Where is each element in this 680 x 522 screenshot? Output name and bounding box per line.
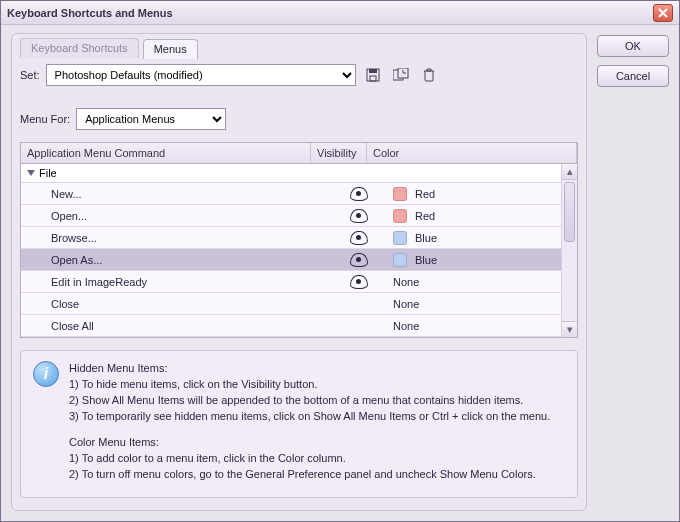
visibility-toggle[interactable]: [331, 231, 387, 245]
eye-icon: [350, 209, 368, 223]
group-label: File: [39, 167, 57, 179]
save-set-icon[interactable]: [362, 65, 384, 85]
color-swatch: [393, 253, 407, 267]
group-row-file[interactable]: File: [21, 164, 577, 183]
table-row[interactable]: Close AllNone: [21, 315, 577, 337]
color-cell[interactable]: None: [387, 276, 577, 288]
color-cell[interactable]: Blue: [387, 253, 577, 267]
color-name: Blue: [415, 254, 437, 266]
visibility-toggle[interactable]: [331, 253, 387, 267]
color-cell[interactable]: Red: [387, 187, 577, 201]
color-name: None: [393, 298, 419, 310]
info-line: 1) To hide menu items, click on the Visi…: [69, 377, 550, 393]
set-label: Set:: [20, 69, 40, 81]
grid-body: File New...RedOpen...RedBrowse...BlueOpe…: [21, 164, 577, 337]
scroll-down-icon[interactable]: ▾: [562, 321, 577, 337]
info-heading-color: Color Menu Items:: [69, 435, 550, 451]
table-row[interactable]: Edit in ImageReadyNone: [21, 271, 577, 293]
color-cell[interactable]: None: [387, 320, 577, 332]
eye-icon: [350, 231, 368, 245]
command-cell: Close All: [21, 320, 331, 332]
menu-for-select[interactable]: Application Menus: [76, 108, 226, 130]
command-cell: Browse...: [21, 232, 331, 244]
window-title: Keyboard Shortcuts and Menus: [7, 7, 653, 19]
table-row[interactable]: CloseNone: [21, 293, 577, 315]
table-row[interactable]: Browse...Blue: [21, 227, 577, 249]
color-name: Blue: [415, 232, 437, 244]
tab-bar: Keyboard Shortcuts Menus: [20, 38, 578, 58]
scroll-up-icon[interactable]: ▴: [562, 164, 577, 180]
info-icon: i: [33, 361, 59, 387]
info-line: 2) To turn off menu colors, go to the Ge…: [69, 467, 550, 483]
info-line: 2) Show All Menu Items will be appended …: [69, 393, 550, 409]
menu-for-label: Menu For:: [20, 113, 70, 125]
close-icon[interactable]: [653, 4, 673, 22]
dialog-body: Keyboard Shortcuts Menus Set: Photoshop …: [1, 25, 679, 521]
color-swatch: [393, 231, 407, 245]
visibility-toggle[interactable]: [331, 187, 387, 201]
command-cell: New...: [21, 188, 331, 200]
table-row[interactable]: Open As...Blue: [21, 249, 577, 271]
cancel-button[interactable]: Cancel: [597, 65, 669, 87]
main-pane: Keyboard Shortcuts Menus Set: Photoshop …: [11, 33, 587, 511]
grid-header: Application Menu Command Visibility Colo…: [21, 143, 577, 164]
info-line: 1) To add color to a menu item, click in…: [69, 451, 550, 467]
color-name: None: [393, 320, 419, 332]
save-set-as-icon[interactable]: [390, 65, 412, 85]
command-cell: Open...: [21, 210, 331, 222]
table-row[interactable]: New...Red: [21, 183, 577, 205]
info-heading-hidden: Hidden Menu Items:: [69, 361, 550, 377]
set-select[interactable]: Photoshop Defaults (modified): [46, 64, 356, 86]
command-cell: Open As...: [21, 254, 331, 266]
table-row[interactable]: Open...Red: [21, 205, 577, 227]
color-swatch: [393, 209, 407, 223]
grid-rows: New...RedOpen...RedBrowse...BlueOpen As.…: [21, 183, 577, 337]
scroll-thumb[interactable]: [564, 182, 575, 242]
svg-rect-2: [370, 76, 376, 81]
visibility-toggle[interactable]: [331, 275, 387, 289]
eye-icon: [350, 187, 368, 201]
command-cell: Close: [21, 298, 331, 310]
color-swatch: [393, 187, 407, 201]
info-text: Hidden Menu Items: 1) To hide menu items…: [69, 361, 550, 483]
info-panel: i Hidden Menu Items: 1) To hide menu ite…: [20, 350, 578, 498]
info-line: 3) To temporarily see hidden menu items,…: [69, 409, 550, 425]
delete-set-icon[interactable]: [418, 65, 440, 85]
svg-rect-1: [369, 69, 377, 73]
dialog-buttons: OK Cancel: [597, 33, 669, 511]
disclosure-triangle-icon: [27, 170, 35, 176]
color-name: None: [393, 276, 419, 288]
dialog-window: Keyboard Shortcuts and Menus Keyboard Sh…: [0, 0, 680, 522]
ok-button[interactable]: OK: [597, 35, 669, 57]
menu-grid: Application Menu Command Visibility Colo…: [20, 142, 578, 338]
tab-menus[interactable]: Menus: [143, 39, 198, 59]
color-name: Red: [415, 188, 435, 200]
color-cell[interactable]: None: [387, 298, 577, 310]
header-visibility[interactable]: Visibility: [311, 143, 367, 163]
eye-icon: [350, 275, 368, 289]
header-color[interactable]: Color: [367, 143, 577, 163]
header-command[interactable]: Application Menu Command: [21, 143, 311, 163]
menu-for-row: Menu For: Application Menus: [20, 108, 578, 130]
tab-keyboard-shortcuts[interactable]: Keyboard Shortcuts: [20, 38, 139, 58]
color-cell[interactable]: Blue: [387, 231, 577, 245]
titlebar: Keyboard Shortcuts and Menus: [1, 1, 679, 25]
visibility-toggle[interactable]: [331, 209, 387, 223]
color-name: Red: [415, 210, 435, 222]
command-cell: Edit in ImageReady: [21, 276, 331, 288]
set-row: Set: Photoshop Defaults (modified): [20, 64, 578, 86]
eye-icon: [350, 253, 368, 267]
color-cell[interactable]: Red: [387, 209, 577, 223]
vertical-scrollbar[interactable]: ▴ ▾: [561, 164, 577, 337]
